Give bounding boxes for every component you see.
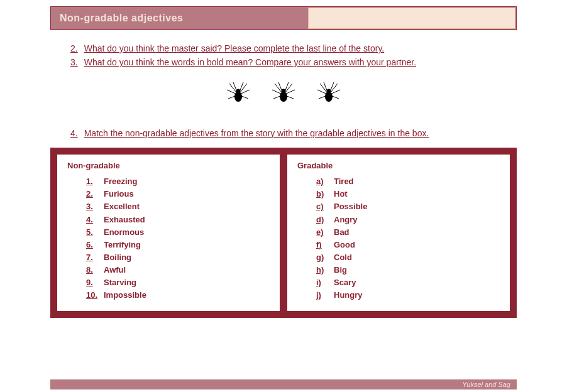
- svg-point-29: [327, 89, 331, 93]
- footer-bar: Yuksel and Sag: [50, 379, 517, 389]
- list-marker: f): [316, 239, 329, 251]
- list-item: 2.Furious: [86, 188, 270, 200]
- question-number: 3.: [70, 55, 78, 69]
- list-item: c)Possible: [316, 200, 500, 213]
- list-word: Good: [334, 239, 355, 251]
- header-right-box: [308, 8, 515, 29]
- question-text: What do you think the master said? Pleas…: [84, 41, 385, 55]
- list-word: Furious: [104, 188, 134, 200]
- question-text: Match the non-gradable adjectives from t…: [84, 126, 429, 140]
- non-gradable-list: 1.Freezing2.Furious3.Excellent4.Exhauste…: [86, 175, 270, 302]
- list-marker: 5.: [86, 226, 99, 239]
- list-word: Enormous: [104, 226, 144, 239]
- list-item: f)Good: [316, 239, 500, 251]
- list-marker: 10.: [86, 289, 99, 302]
- question-number: 4.: [70, 126, 78, 140]
- list-marker: a): [316, 175, 329, 188]
- list-marker: 3.: [86, 200, 99, 213]
- gradable-list: a)Tiredb)Hotc)Possibled)Angrye)Badf)Good…: [316, 175, 500, 302]
- list-marker: j): [316, 289, 329, 302]
- list-word: Boiling: [104, 251, 131, 264]
- list-item: 3.Excellent: [86, 200, 270, 213]
- list-marker: d): [316, 214, 329, 226]
- question-2: 2. What do you think the master said? Pl…: [70, 41, 567, 55]
- non-gradable-panel: Non-gradable 1.Freezing2.Furious3.Excell…: [57, 154, 280, 311]
- list-word: Starving: [104, 276, 136, 289]
- list-word: Exhausted: [104, 214, 145, 226]
- questions-block: 2. What do you think the master said? Pl…: [70, 41, 567, 70]
- list-item: 6.Terrifying: [86, 239, 270, 251]
- list-word: Scary: [334, 276, 356, 289]
- non-gradable-title: Non-gradable: [67, 161, 270, 170]
- list-item: e)Bad: [316, 226, 500, 239]
- spider-images-row: [0, 81, 567, 109]
- list-item: 10.Impossible: [86, 289, 270, 302]
- list-marker: 8.: [86, 264, 99, 276]
- list-marker: b): [316, 188, 329, 200]
- list-word: Tired: [334, 175, 354, 188]
- list-word: Hungry: [334, 289, 363, 302]
- svg-point-19: [282, 89, 286, 93]
- list-word: Excellent: [104, 200, 140, 213]
- list-marker: 7.: [86, 251, 99, 264]
- list-item: 4.Exhausted: [86, 214, 270, 226]
- list-item: g)Cold: [316, 251, 500, 264]
- matching-exercise-box: Non-gradable 1.Freezing2.Furious3.Excell…: [50, 148, 517, 317]
- question-number: 2.: [70, 41, 78, 55]
- list-item: j)Hungry: [316, 289, 500, 302]
- list-word: Big: [334, 264, 347, 276]
- gradable-title: Gradable: [297, 161, 500, 170]
- list-item: 5.Enormous: [86, 226, 270, 239]
- list-item: a)Tired: [316, 175, 500, 188]
- list-item: 1.Freezing: [86, 175, 270, 188]
- list-marker: 6.: [86, 239, 99, 251]
- list-item: 7.Boiling: [86, 251, 270, 264]
- list-word: Impossible: [104, 289, 146, 302]
- list-item: h)Big: [316, 264, 500, 276]
- list-marker: 1.: [86, 175, 99, 188]
- list-item: d)Angry: [316, 214, 500, 226]
- question-text: What do you think the words in bold mean…: [84, 55, 416, 69]
- list-marker: h): [316, 264, 329, 276]
- worksheet-title: Non-gradable adjectives: [60, 13, 183, 24]
- list-item: 9.Starving: [86, 276, 270, 289]
- list-word: Hot: [334, 188, 348, 200]
- list-marker: g): [316, 251, 329, 264]
- list-word: Awful: [104, 264, 126, 276]
- question-4-block: 4. Match the non-gradable adjectives fro…: [70, 126, 567, 140]
- list-marker: c): [316, 200, 329, 213]
- spider-icon: [315, 81, 343, 109]
- list-item: 8.Awful: [86, 264, 270, 276]
- footer-text: Yuksel and Sag: [462, 381, 510, 388]
- list-marker: e): [316, 226, 329, 239]
- list-word: Terrifying: [104, 239, 141, 251]
- list-item: b)Hot: [316, 188, 500, 200]
- question-3: 3. What do you think the words in bold m…: [70, 55, 567, 69]
- list-word: Freezing: [104, 175, 137, 188]
- list-word: Possible: [334, 200, 367, 213]
- spider-icon: [270, 81, 297, 109]
- list-item: i)Scary: [316, 276, 500, 289]
- list-marker: i): [316, 276, 329, 289]
- spider-icon: [224, 81, 252, 109]
- list-marker: 9.: [86, 276, 99, 289]
- list-marker: 2.: [86, 188, 99, 200]
- question-4: 4. Match the non-gradable adjectives fro…: [70, 126, 567, 140]
- gradable-panel: Gradable a)Tiredb)Hotc)Possibled)Angrye)…: [287, 154, 510, 311]
- list-word: Angry: [334, 214, 358, 226]
- list-word: Bad: [334, 226, 350, 239]
- list-marker: 4.: [86, 214, 99, 226]
- svg-point-9: [236, 89, 241, 93]
- list-word: Cold: [334, 251, 352, 264]
